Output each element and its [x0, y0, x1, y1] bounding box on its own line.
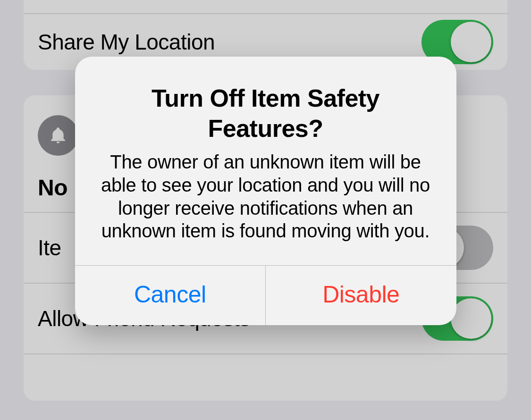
alert-button-bar: Cancel Disable	[75, 265, 456, 325]
cancel-button[interactable]: Cancel	[75, 266, 266, 325]
alert-title: Turn Off Item Safety Features?	[96, 83, 436, 144]
alert-message: The owner of an unknown item will be abl…	[96, 151, 436, 243]
confirmation-alert: Turn Off Item Safety Features? The owner…	[75, 57, 456, 325]
disable-button[interactable]: Disable	[265, 266, 456, 325]
